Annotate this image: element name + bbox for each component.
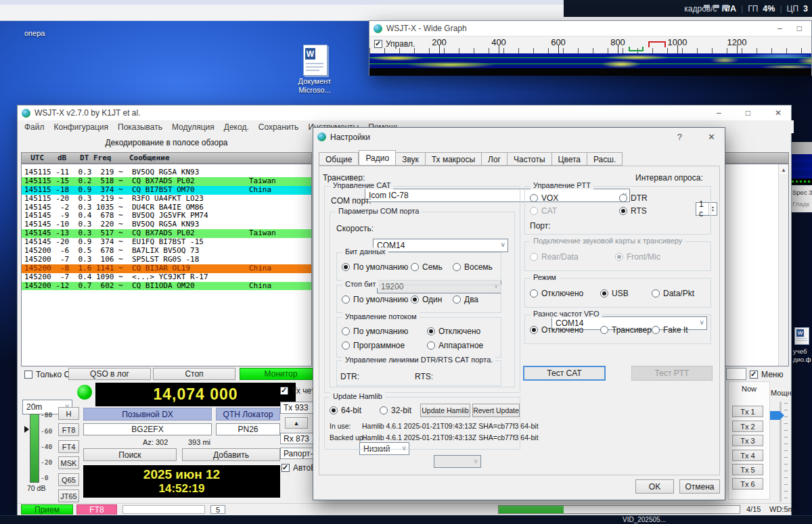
background-window-controls[interactable] [700,1,729,10]
monitor-button[interactable]: Монитор [240,368,322,380]
tx2-button[interactable]: Tx 2 [732,421,763,432]
scroll-up-icon[interactable]: ▲ [780,165,788,174]
test-cat-button[interactable]: Тест CAT [523,366,606,381]
mode-button-q65[interactable]: Q65 [58,473,79,486]
data-bits-default-radio[interactable]: По умолчанию [342,262,408,272]
revert-update-button[interactable]: Revert Update [472,404,520,417]
tx4-button[interactable]: Tx 4 [732,450,763,461]
mode-button-ft4[interactable]: FT4 [58,440,79,453]
dx-call-header: Позывной DX [83,408,212,421]
power-slider-handle[interactable] [770,411,784,420]
decode-row[interactable]: 145200 -12 0.7 602 ~ CQ BI1ODA OM20China [22,282,311,291]
hamlib-64bit-radio[interactable]: 64-bit [330,406,361,415]
ptt-cat-radio[interactable]: CAT [530,206,557,216]
test-ptt-button[interactable]: Тест PTT [631,366,713,381]
audio-rear-data-radio[interactable]: Rear/Data [530,252,579,262]
stop-bits-default-radio[interactable]: По умолчанию [342,295,408,304]
maximize-icon[interactable]: □ [792,23,807,34]
tab-reporting[interactable]: Лог [482,152,508,166]
menu-mode[interactable]: Модуляция [168,122,219,132]
data-bits-eight-radio[interactable]: Восемь [453,262,493,272]
update-hamlib-button[interactable]: Update Hamlib [420,404,470,417]
split-fake-it-radio[interactable]: Fake It [652,325,688,335]
mode-button-jt65[interactable]: JT65 [58,490,79,502]
ptt-dtr-radio[interactable]: DTR [619,193,648,203]
settings-title: Настройки [330,133,370,142]
split-rig-radio[interactable]: Трансивер [600,325,652,335]
scrollbar[interactable]: ▲ [778,164,788,366]
mode-none-radio[interactable]: Отключено [530,289,583,298]
ok-button[interactable]: OK [635,479,674,494]
taskbar-video-label[interactable]: VID_202505... [623,516,666,523]
tab-radio[interactable]: Радио [359,150,396,166]
audio-front-mic-radio[interactable]: Front/Mic [615,252,660,262]
handshake-default-radio[interactable]: По умолчанию [342,327,408,336]
tx6-button[interactable]: Tx 6 [732,478,763,490]
stop-bits-two-radio[interactable]: Два [453,295,478,304]
maximize-icon[interactable]: □ [740,108,756,118]
tab-frequencies[interactable]: Частоты [508,152,552,166]
tx1-button[interactable]: Tx 1 [732,406,763,417]
word-document-icon: W [303,45,328,76]
mode-button-ft8[interactable]: FT8 [58,423,79,436]
minimize-icon[interactable]: – [711,108,727,118]
cpu-label: ЦП [787,4,799,14]
ptt-rts-radio[interactable]: RTS [619,206,647,216]
menu-save[interactable]: Сохранить [254,122,303,132]
tab-audio[interactable]: Звук [396,152,426,166]
waterfall-spectrogram[interactable] [369,53,811,68]
tx-rx-arrow-button[interactable]: ▲ [285,417,308,429]
tab-tx-macros[interactable]: Тх макросы [426,152,482,166]
baud-label: Скорость: [336,224,374,233]
tab-colors[interactable]: Цвета [552,152,587,166]
dx-grid-input[interactable]: PN26 [216,423,280,435]
progress-bar-fill [499,506,564,513]
partial-input-field[interactable] [726,368,746,380]
lookup-button[interactable]: Поиск [83,448,177,461]
word-icon-label: Документ Microso... [296,77,334,95]
main-titlebar[interactable]: WSJT-X v2.7.0 by K1JT et al. – □ ✕ [18,105,791,120]
menu-decode[interactable]: Декод. [220,122,253,132]
wide-graph-control-checkbox[interactable]: Управл. [374,39,415,49]
cancel-button[interactable]: Отмена [679,479,720,494]
minimize-icon[interactable]: – [772,23,788,34]
halt-button[interactable]: Стоп [153,368,235,380]
handshake-hardware-radio[interactable]: Аппаратное [427,341,483,350]
tab-advanced[interactable]: Расш. [587,152,623,166]
add-button[interactable]: Добавить [182,448,280,461]
hamlib-32bit-radio[interactable]: 32-bit [380,406,411,415]
tx-frequency-bracket[interactable] [648,41,666,47]
mode-button-h[interactable]: H [58,407,79,420]
close-icon[interactable]: ✕ [769,108,787,118]
log-qso-button[interactable]: QSO в лог [68,368,151,380]
menu-configuration[interactable]: Конфигурация [50,122,113,132]
tx5-button[interactable]: Tx 5 [732,464,763,475]
ptt-vox-radio[interactable]: VOX [530,193,558,203]
decode-table-header: UTC dB DT Freq Сообщение [21,152,312,164]
tab-general[interactable]: Общие [319,152,359,166]
band-activity-pane[interactable]: 145115 -11 0.3 219 ~ BV5OQ RG5A KN93 145… [21,164,312,366]
wide-graph-titlebar[interactable]: WSJT-X - Wide Graph – □ [369,21,811,37]
help-icon[interactable]: ? [672,131,687,143]
mode-usb-radio[interactable]: USB [600,289,629,298]
split-none-radio[interactable]: Отключено [530,325,583,335]
menu-checkbox[interactable]: Меню [750,370,783,379]
menu-file[interactable]: Файл [20,122,49,132]
menu-view[interactable]: Показывать [114,122,166,132]
dx-call-input[interactable]: BG2EFX [83,423,212,435]
handshake-none-radio[interactable]: Отключено [427,327,480,336]
desktop-icon-word[interactable]: W Документ Microso... [296,45,334,99]
tx3-button[interactable]: Tx 3 [732,435,763,446]
mode-button-msk[interactable]: MSK [58,456,79,469]
desktop-icon-word-small[interactable]: W [794,327,809,345]
rx-frequency-bracket[interactable] [629,47,644,51]
data-bits-seven-radio[interactable]: Семь [411,262,443,272]
close-icon[interactable]: ✕ [702,131,721,143]
desktop-icon-label-opera[interactable]: опера [24,29,45,37]
stop-bits-one-radio[interactable]: Один [411,295,442,304]
mode-data-pkt-radio[interactable]: Data/Pkt [652,289,694,298]
rts-combo[interactable] [434,455,481,468]
settings-titlebar[interactable]: Настройки ? ✕ [313,128,725,146]
hamlib-backed-up-label: Backed up: [330,433,365,442]
handshake-xonxoff-radio[interactable]: Программное [342,341,405,350]
